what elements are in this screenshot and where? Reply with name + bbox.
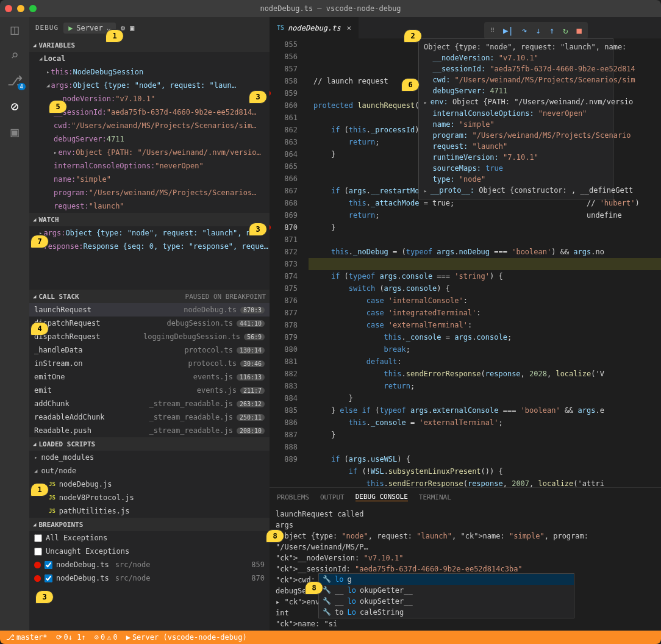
annotation-callout: 6	[401, 78, 420, 91]
panel-tab[interactable]: OUTPUT	[320, 493, 345, 501]
panel-tabs[interactable]: PROBLEMSOUTPUTDEBUG CONSOLETERMINAL	[270, 488, 661, 506]
panel-tab[interactable]: PROBLEMS	[277, 493, 309, 501]
editor[interactable]: 8558568578588598608618628638648658668678…	[270, 38, 661, 487]
stack-frame[interactable]: dispatchRequestdebugSession.ts441:10	[29, 317, 270, 330]
activity-bar: ◫ ⌕ ⎇4 ⊘ ▣	[0, 17, 29, 631]
breakpoints-header[interactable]: ◢BREAKPOINTS	[29, 518, 270, 531]
panel: PROBLEMSOUTPUTDEBUG CONSOLETERMINAL laun…	[270, 487, 661, 631]
extensions-icon[interactable]: ▣	[7, 124, 22, 139]
stack-frame[interactable]: inStream.onprotocol.ts30:46	[29, 357, 270, 370]
stack-frame[interactable]: emitevents.js211:7	[29, 384, 270, 397]
typescript-icon: TS	[277, 24, 284, 31]
annotation-callout: 8	[305, 581, 323, 595]
step-out-icon[interactable]: ↑	[549, 26, 554, 35]
git-sync[interactable]: ⟳ 0↓ 1↑	[56, 633, 86, 642]
debug-console[interactable]: launchRequest calledargs▸Object {type: "…	[270, 506, 661, 631]
debug-console-icon[interactable]: ▣	[130, 24, 134, 32]
annotation-callout: 3	[35, 590, 54, 604]
debug-header: DEBUG ▶ Server ⌄ ⚙ ▣	[29, 17, 270, 38]
annotation-callout: 3	[249, 223, 267, 236]
statusbar[interactable]: ⎇ master* ⟳ 0↓ 1↑ ⊘ 0 ⚠ 0 ▶ Server (vsco…	[0, 631, 661, 644]
stack-frame[interactable]: dispatchRequestloggingDebugSession.ts56:…	[29, 330, 270, 343]
stack-frame[interactable]: readableAddChunk_stream_readable.js250:1…	[29, 410, 270, 424]
callstack-list[interactable]: launchRequestnodeDebug.ts870:3dispatchRe…	[29, 303, 270, 437]
restart-icon[interactable]: ↻	[563, 26, 568, 35]
git-branch[interactable]: ⎇ master*	[6, 633, 48, 642]
stack-frame[interactable]: launchRequestnodeDebug.ts870:3	[29, 303, 270, 317]
variables-tree[interactable]: ◢Local ▸this: NodeDebugSession ◢args: Ob…	[29, 52, 270, 213]
annotation-callout: 5	[49, 100, 67, 113]
search-icon[interactable]: ⌕	[7, 48, 22, 62]
stop-icon[interactable]: ■	[577, 26, 582, 35]
window-title: nodeDebug.ts — vscode-node-debug	[0, 4, 661, 13]
suggest-widget[interactable]: 🔧log🔧__lookupGetter__🔧__lookupSetter__🔧t…	[318, 573, 574, 618]
panel-tab[interactable]: DEBUG CONSOLE	[356, 493, 408, 501]
stack-frame[interactable]: _handleDataprotocol.ts130:14	[29, 343, 270, 357]
annotation-callout: 8	[266, 529, 284, 543]
annotation-callout: 1	[105, 29, 124, 43]
annotation-callout: 2	[404, 29, 422, 43]
editor-tabbar: TS nodeDebug.ts × ⠿ ▶| ↷ ↓ ↑ ↻ ■	[270, 17, 661, 38]
annotation-callout: 4	[30, 322, 49, 335]
close-icon[interactable]: ×	[347, 24, 351, 32]
code-area[interactable]: Object {type: "node", request: "launch",…	[309, 38, 661, 487]
callstack-header[interactable]: ◢CALL STACKPAUSED ON BREAKPOINT	[29, 290, 270, 303]
watch-tree[interactable]: ▸args: Object {type: "node", request: "l…	[29, 226, 270, 253]
step-over-icon[interactable]: ↷	[522, 26, 527, 35]
editor-tab[interactable]: TS nodeDebug.ts ×	[270, 17, 359, 38]
errors[interactable]: ⊘ 0 ⚠ 0	[95, 633, 118, 642]
explorer-icon[interactable]: ◫	[7, 22, 22, 37]
debug-toolbar[interactable]: ⠿ ▶| ↷ ↓ ↑ ↻ ■	[484, 22, 588, 39]
loaded-scripts-header[interactable]: ◢LOADED SCRIPTS	[29, 437, 270, 451]
scm-icon[interactable]: ⎇4	[7, 73, 22, 88]
variables-header[interactable]: ◢VARIABLES	[29, 38, 270, 52]
panel-tab[interactable]: TERMINAL	[419, 493, 451, 501]
watch-header[interactable]: ◢WATCH	[29, 213, 270, 226]
debug-icon[interactable]: ⊘	[7, 99, 22, 113]
annotation-callout: 7	[30, 235, 49, 248]
loaded-scripts-tree[interactable]: ▸ node_modules◢ out/nodeJS nodeDebug.jsJ…	[29, 451, 270, 518]
debug-status[interactable]: ▶ Server (vscode-node-debug)	[126, 633, 247, 642]
step-into-icon[interactable]: ↓	[535, 26, 540, 35]
breakpoints-list[interactable]: All Exceptions Uncaught Exceptions nodeD…	[29, 531, 270, 585]
continue-icon[interactable]: ▶|	[503, 26, 513, 35]
titlebar[interactable]: nodeDebug.ts — vscode-node-debug	[0, 0, 661, 17]
annotation-callout: 3	[249, 90, 267, 104]
annotation-callout: 1	[30, 483, 49, 496]
debug-hover[interactable]: Object {type: "node", request: "launch",…	[418, 38, 613, 199]
grip-icon[interactable]: ⠿	[490, 27, 495, 34]
start-debug-icon[interactable]: ▶	[68, 24, 73, 32]
stack-frame[interactable]: emitOneevents.js116:13	[29, 370, 270, 384]
stack-frame[interactable]: Readable.push_stream_readable.js208:10	[29, 424, 270, 437]
stack-frame[interactable]: addChunk_stream_readable.js263:12	[29, 397, 270, 410]
gutter[interactable]: 8558568578588598608618628638648658668678…	[270, 38, 309, 487]
